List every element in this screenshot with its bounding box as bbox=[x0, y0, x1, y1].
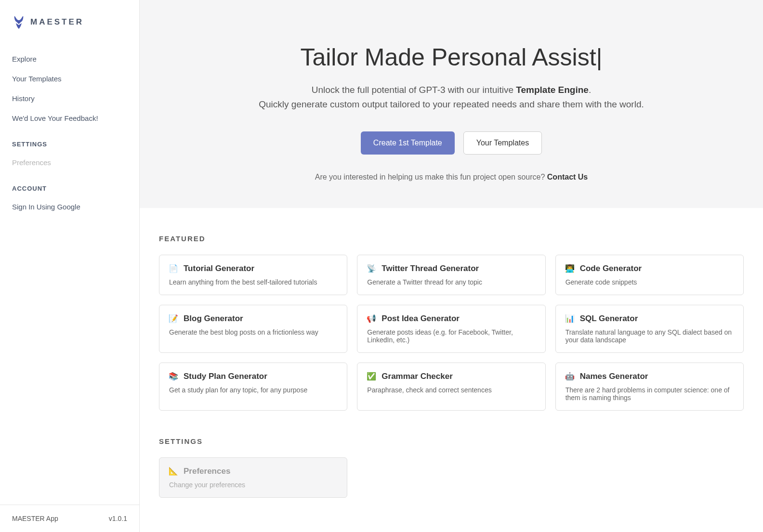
card-description: Generate the best blog posts on a fricti… bbox=[169, 328, 337, 336]
card-grammar-checker[interactable]: ✅ Grammar Checker Paraphrase, check and … bbox=[357, 363, 545, 411]
card-title: Twitter Thread Generator bbox=[382, 264, 479, 273]
card-description: Generate a Twitter thread for any topic bbox=[367, 278, 535, 286]
card-tutorial-generator[interactable]: 📄 Tutorial Generator Learn anything from… bbox=[159, 255, 347, 295]
featured-section: FEATURED 📄 Tutorial Generator Learn anyt… bbox=[140, 208, 763, 437]
card-title: Blog Generator bbox=[184, 314, 243, 324]
open-source-prefix: Are you interested in helping us make th… bbox=[315, 173, 547, 181]
card-title: Post Idea Generator bbox=[382, 314, 460, 324]
open-source-text: Are you interested in helping us make th… bbox=[159, 173, 744, 182]
settings-header: SETTINGS bbox=[12, 128, 127, 153]
sidebar-item-explore[interactable]: Explore bbox=[12, 49, 127, 69]
featured-grid: 📄 Tutorial Generator Learn anything from… bbox=[159, 255, 744, 411]
card-preferences: 📐 Preferences Change your preferences bbox=[159, 457, 347, 498]
hero-subtitle-prefix: Unlock the full potential of GPT-3 with … bbox=[312, 85, 516, 95]
sidebar-item-sign-in[interactable]: Sign In Using Google bbox=[12, 197, 127, 217]
featured-title: FEATURED bbox=[159, 234, 744, 243]
logo-area[interactable]: MAESTER bbox=[0, 0, 139, 49]
hero-button-row: Create 1st Template Your Templates bbox=[159, 131, 744, 155]
megaphone-icon: 📢 bbox=[367, 314, 376, 323]
settings-section: SETTINGS 📐 Preferences Change your prefe… bbox=[140, 437, 763, 517]
card-description: Generate posts ideas (e.g. for Facebook,… bbox=[367, 328, 535, 344]
card-description: Get a study plan for any topic, for any … bbox=[169, 386, 337, 394]
card-title: Preferences bbox=[184, 467, 230, 476]
settings-section-title: SETTINGS bbox=[159, 437, 744, 445]
sidebar-footer: MAESTER App v1.0.1 bbox=[0, 505, 139, 532]
main-content: Tailor Made Personal Assist| Unlock the … bbox=[140, 0, 763, 532]
card-description: Generate code snippets bbox=[566, 278, 734, 286]
card-title: Names Generator bbox=[580, 372, 648, 381]
footer-app-name: MAESTER App bbox=[12, 515, 58, 522]
books-icon: 📚 bbox=[169, 372, 178, 381]
hero-title: Tailor Made Personal Assist| bbox=[159, 43, 744, 71]
sidebar-item-your-templates[interactable]: Your Templates bbox=[12, 69, 127, 89]
developer-icon: 👨‍💻 bbox=[566, 264, 574, 273]
sidebar-item-history[interactable]: History bbox=[12, 89, 127, 108]
chart-icon: 📊 bbox=[566, 314, 574, 323]
card-twitter-thread-generator[interactable]: 📡 Twitter Thread Generator Generate a Tw… bbox=[357, 255, 545, 295]
hero-subtitle: Unlock the full potential of GPT-3 with … bbox=[235, 83, 668, 112]
hero-title-text: Tailor Made Personal Assist bbox=[300, 44, 596, 71]
card-post-idea-generator[interactable]: 📢 Post Idea Generator Generate posts ide… bbox=[357, 305, 545, 353]
sidebar-item-preferences[interactable]: Preferences bbox=[12, 153, 127, 172]
hero-subtitle-line2: Quickly generate custom output tailored … bbox=[259, 99, 644, 109]
card-description: There are 2 hard problems in computer sc… bbox=[566, 386, 734, 402]
card-description: Change your preferences bbox=[169, 481, 337, 489]
card-title: Code Generator bbox=[580, 264, 642, 273]
card-title: Tutorial Generator bbox=[184, 264, 254, 273]
card-description: Learn anything from the best self-tailor… bbox=[169, 278, 337, 286]
account-header: ACCOUNT bbox=[12, 172, 127, 197]
card-blog-generator[interactable]: 📝 Blog Generator Generate the best blog … bbox=[159, 305, 347, 353]
card-code-generator[interactable]: 👨‍💻 Code Generator Generate code snippet… bbox=[555, 255, 744, 295]
memo-icon: 📝 bbox=[169, 314, 178, 323]
sidebar: MAESTER Explore Your Templates History W… bbox=[0, 0, 140, 532]
card-title: Study Plan Generator bbox=[184, 372, 267, 381]
document-icon: 📄 bbox=[169, 264, 178, 273]
satellite-icon: 📡 bbox=[367, 264, 376, 273]
footer-version: v1.0.1 bbox=[109, 515, 127, 522]
typing-cursor: | bbox=[596, 44, 603, 71]
brand-name: MAESTER bbox=[30, 17, 84, 27]
hero-subtitle-strong: Template Engine bbox=[516, 85, 589, 95]
card-sql-generator[interactable]: 📊 SQL Generator Translate natural langua… bbox=[555, 305, 744, 353]
your-templates-button[interactable]: Your Templates bbox=[463, 131, 542, 155]
ruler-icon: 📐 bbox=[169, 467, 178, 476]
contact-us-link[interactable]: Contact Us bbox=[547, 173, 588, 181]
card-title: Grammar Checker bbox=[382, 372, 452, 381]
settings-grid: 📐 Preferences Change your preferences bbox=[159, 457, 744, 498]
card-description: Translate natural language to any SQL di… bbox=[566, 328, 734, 344]
card-title: SQL Generator bbox=[580, 314, 638, 324]
hero-section: Tailor Made Personal Assist| Unlock the … bbox=[140, 0, 763, 208]
robot-icon: 🤖 bbox=[566, 372, 574, 381]
logo-icon bbox=[12, 14, 26, 30]
main-nav: Explore Your Templates History We'd Love… bbox=[0, 49, 139, 217]
card-names-generator[interactable]: 🤖 Names Generator There are 2 hard probl… bbox=[555, 363, 744, 411]
create-template-button[interactable]: Create 1st Template bbox=[361, 131, 455, 155]
card-study-plan-generator[interactable]: 📚 Study Plan Generator Get a study plan … bbox=[159, 363, 347, 411]
card-description: Paraphrase, check and correct sentences bbox=[367, 386, 535, 394]
checkmark-icon: ✅ bbox=[367, 372, 376, 381]
sidebar-item-feedback[interactable]: We'd Love Your Feedback! bbox=[12, 108, 127, 128]
